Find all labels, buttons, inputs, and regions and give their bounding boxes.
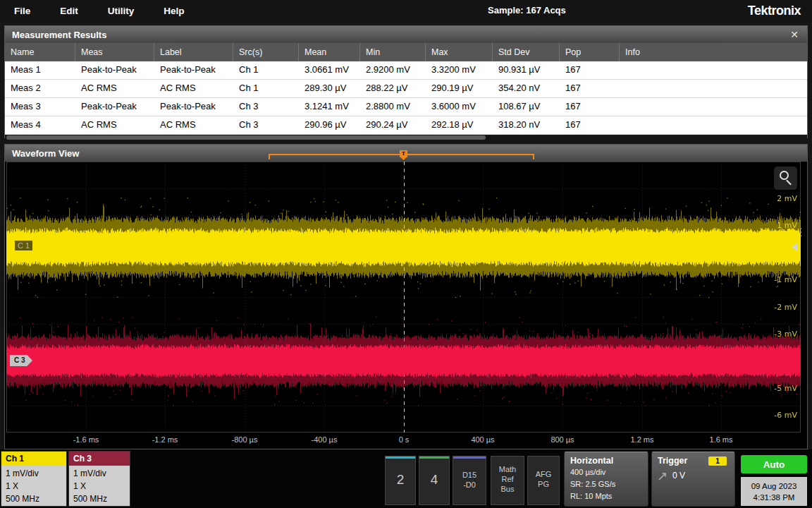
digital-accent [453,456,486,459]
measurement-panel-title-bar[interactable]: Measurement Results ✕ [5,26,807,43]
graticule-canvas[interactable] [6,162,801,433]
table-cell: 290.19 µV [426,80,493,97]
column-header[interactable]: Min [360,43,426,61]
afg-pg-button[interactable]: AFG PG [527,456,560,505]
math-button-label: Math [491,464,524,474]
table-cell: Ch 1 [233,80,299,97]
column-header[interactable]: Pop [560,43,620,61]
panel-title-text: Waveform View [12,148,79,159]
table-cell: Meas 2 [5,80,75,97]
menu-utility[interactable]: Utility [108,6,135,16]
digital-button-label: -D0 [453,480,486,490]
table-cell: 318.20 nV [493,116,560,134]
table-cell: 2.8800 mV [360,98,426,116]
time-tick-label: -1.6 ms [73,435,99,444]
record-trigger-marker[interactable]: T [400,150,407,160]
table-cell: 3.0661 mV [299,61,360,79]
table-cell: 290.96 µV [299,116,360,134]
scrollbar-thumb[interactable] [6,135,486,140]
measurement-row[interactable]: Meas 4 AC RMS AC RMS Ch 3 290.96 µV 290.… [5,116,807,135]
table-cell: Ch 3 [233,98,299,116]
menu-bar: File Edit Utility Help Sample: 167 Acqs … [0,0,812,21]
panel-drag-handle[interactable]: ⋮ [796,226,806,238]
ch1-waveform-handle[interactable]: C 1 [15,241,32,250]
record-trigger-t: T [400,150,407,157]
table-cell: AC RMS [154,116,233,134]
math-ref-bus-button[interactable]: Math Ref Bus [491,456,524,505]
column-header[interactable]: Name [5,43,75,61]
ch1-badge[interactable]: Ch 1 1 mV/div 1 X 500 MHz [1,451,67,507]
datetime-display[interactable]: 09 Aug 2023 4:31:38 PM [741,477,807,506]
horizontal-panel[interactable]: Horizontal 400 µs/div SR: 2.5 GS/s RL: 1… [564,452,648,507]
ch3-badge-title: Ch 3 [69,452,130,466]
measurement-row[interactable]: Meas 1 Peak-to-Peak Peak-to-Peak Ch 1 3.… [5,61,807,80]
ch4-button[interactable]: 4 [419,456,450,505]
table-cell: 2.9200 mV [360,61,426,79]
time-text: 4:31:38 PM [741,492,807,503]
record-length: RL: 10 Mpts [570,490,642,502]
afg-button-label: PG [528,479,559,489]
table-cell: 108.67 µV [493,98,560,116]
menu-help[interactable]: Help [164,6,184,16]
digital-button-label: D15 [453,470,486,480]
time-tick-label: 800 µs [550,435,574,444]
column-header[interactable]: Info [620,43,807,61]
table-cell: 288.22 µV [360,80,426,97]
column-header[interactable]: Mean [299,43,360,61]
ch1-level-marker[interactable] [792,243,798,251]
zoom-handle-icon [786,180,792,186]
ch3-attenuation: 1 X [73,480,125,492]
table-cell: 292.18 µV [426,116,493,134]
close-icon[interactable]: ✕ [789,29,800,40]
time-tick-label: 1.2 ms [630,435,653,444]
menu-edit[interactable]: Edit [60,6,78,16]
measurement-row[interactable]: Meas 3 Peak-to-Peak Peak-to-Peak Ch 3 3.… [5,98,807,116]
ch4-button-label: 4 [419,456,449,503]
ch3-bandwidth: 500 MHz [73,492,125,505]
horizontal-scrollbar[interactable] [5,135,807,141]
column-header[interactable]: Src(s) [233,43,299,61]
zoom-lens-icon [780,171,789,180]
trigger-panel[interactable]: Trigger 1 0 V [651,452,735,507]
menu-file[interactable]: File [14,6,30,16]
date-text: 09 Aug 2023 [741,480,807,492]
ch4-accent [419,456,449,459]
column-header[interactable]: Std Dev [493,43,560,61]
time-axis: -1.6 ms -1.2 ms -800 µs -400 µs 0 s 400 … [6,433,801,449]
table-cell: 3.1241 mV [299,98,360,116]
time-tick-label: -400 µs [312,435,338,444]
table-cell [620,98,807,116]
table-cell: 289.30 µV [299,80,360,97]
table-cell: Peak-to-Peak [75,61,154,79]
time-tick-label: 400 µs [471,435,494,444]
ch3-scale: 1 mV/div [73,467,125,480]
measurement-results-panel: Measurement Results ✕ Name Meas Label Sr… [4,25,808,138]
ch3-badge[interactable]: Ch 3 1 mV/div 1 X 500 MHz [68,451,130,507]
graticule: C 1 C 3 [6,162,801,433]
digital-channels-button[interactable]: D15 -D0 [453,456,486,505]
table-cell: AC RMS [75,116,154,134]
panel-title-text: Measurement Results [12,30,106,40]
column-header[interactable]: Meas [75,43,154,61]
waveform-view-panel: Waveform View T T C 1 C 3 -1.6 ms -1.2 m… [4,144,808,449]
ch1-scale: 1 mV/div [6,467,62,480]
column-header[interactable]: Label [154,43,233,61]
table-cell [620,80,807,97]
measurement-row[interactable]: Meas 2 AC RMS AC RMS Ch 1 289.30 µV 288.… [5,80,807,98]
table-cell: Meas 1 [5,61,75,79]
record-trigger-arrow-icon [401,157,407,160]
table-cell: 290.24 µV [360,116,426,134]
trigger-level: 0 V [672,471,685,480]
acquisition-mode-button[interactable]: Auto [741,455,807,473]
tektronix-logo: Tektronix [748,4,801,18]
column-header[interactable]: Max [426,43,493,61]
afg-button-label: AFG [528,469,559,479]
acquisition-status: Sample: 167 Acqs [488,0,566,21]
table-cell: 3.6000 mV [426,98,493,116]
zoom-icon[interactable] [774,167,797,190]
ch1-badge-body: 1 mV/div 1 X 500 MHz [1,466,66,506]
ch2-accent [386,456,415,459]
ch2-button[interactable]: 2 [385,456,416,505]
table-cell: AC RMS [75,80,154,97]
time-tick-label: 1.6 ms [709,435,732,444]
